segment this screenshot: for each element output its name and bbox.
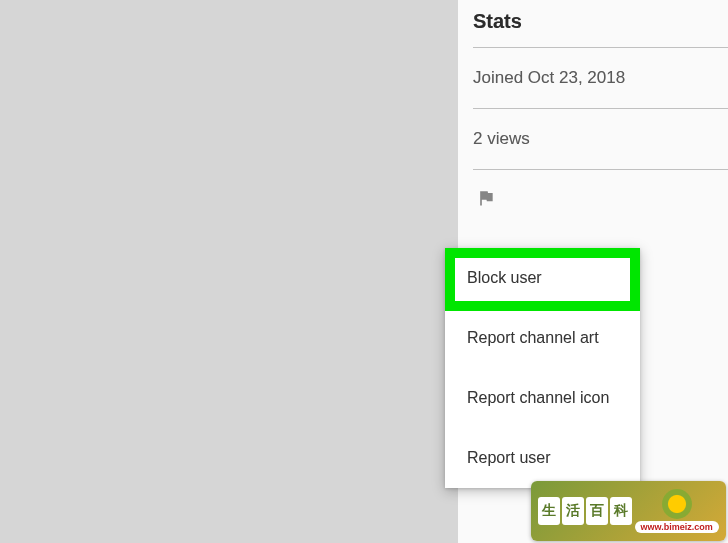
- watermark-right: www.bimeiz.com: [635, 489, 719, 533]
- flag-dropdown-menu: Block user Report channel art Report cha…: [445, 248, 640, 488]
- menu-item-block-user[interactable]: Block user: [445, 248, 640, 308]
- watermark-url: www.bimeiz.com: [635, 521, 719, 533]
- watermark-logo-icon: [662, 489, 692, 519]
- view-count: 2 views: [458, 109, 728, 169]
- menu-item-report-channel-icon[interactable]: Report channel icon: [445, 368, 640, 428]
- menu-item-report-channel-art[interactable]: Report channel art: [445, 308, 640, 368]
- watermark-char: 活: [562, 497, 584, 525]
- watermark-char: 科: [610, 497, 632, 525]
- watermark-char: 生: [538, 497, 560, 525]
- watermark-char: 百: [586, 497, 608, 525]
- watermark: 生 活 百 科 www.bimeiz.com: [531, 481, 726, 541]
- watermark-chars: 生 活 百 科: [538, 497, 632, 525]
- menu-item-report-user[interactable]: Report user: [445, 428, 640, 488]
- stats-heading: Stats: [458, 0, 728, 47]
- flag-icon[interactable]: [476, 194, 496, 211]
- joined-date: Joined Oct 23, 2018: [458, 48, 728, 108]
- flag-row: [458, 170, 728, 230]
